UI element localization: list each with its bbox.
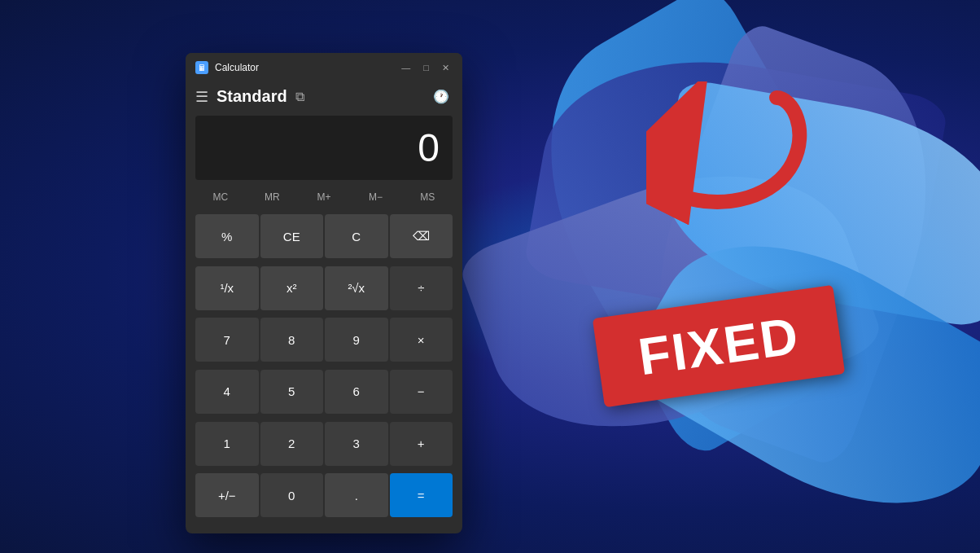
flower-decoration [410,0,980,553]
nine-button[interactable]: 9 [325,318,388,362]
divide-button[interactable]: ÷ [390,266,453,310]
multiply-button[interactable]: × [390,318,453,362]
mminus-button[interactable]: M− [351,187,401,208]
equals-button[interactable]: = [390,473,453,517]
maximize-button[interactable]: □ [420,61,432,75]
percent-button[interactable]: % [195,214,259,258]
history-icon[interactable]: 🕐 [433,89,449,104]
menu-icon[interactable]: ☰ [195,88,208,106]
sqrt-button[interactable]: ²√x [325,266,388,310]
subtract-button[interactable]: − [390,370,453,414]
calc-buttons: % CE C ⌫ ¹/x x² ²√x ÷ 7 8 9 × 4 5 6 − 1 … [186,211,462,533]
ms-button[interactable]: MS [402,187,453,208]
app-icon: 🖩 [195,61,208,74]
mc-button[interactable]: MC [195,187,246,208]
title-bar-left: 🖩 Calculator [195,61,259,74]
calculator-window: 🖩 Calculator — □ ✕ ☰ Standard ⧉ 🕐 0 MC M… [186,53,462,533]
zero-button[interactable]: 0 [260,473,324,517]
squared-button[interactable]: x² [260,266,324,310]
close-button[interactable]: ✕ [439,61,453,75]
window-controls: — □ ✕ [398,61,453,75]
reciprocal-button[interactable]: ¹/x [195,266,259,310]
header-left: ☰ Standard ⧉ [195,87,304,106]
calculator-header: ☰ Standard ⧉ 🕐 [186,82,462,109]
decimal-button[interactable]: . [325,473,388,517]
six-button[interactable]: 6 [325,370,388,414]
mplus-button[interactable]: M+ [299,187,349,208]
one-button[interactable]: 1 [195,422,259,466]
eight-button[interactable]: 8 [260,318,324,362]
five-button[interactable]: 5 [260,370,324,414]
c-button[interactable]: C [325,214,388,258]
two-button[interactable]: 2 [260,422,324,466]
wallpaper-background [0,0,980,553]
add-button[interactable]: + [390,422,453,466]
ce-button[interactable]: CE [260,214,324,258]
display-value: 0 [418,125,440,170]
negate-button[interactable]: +/− [195,473,259,517]
four-button[interactable]: 4 [195,370,259,414]
seven-button[interactable]: 7 [195,318,259,362]
minimize-button[interactable]: — [398,61,413,75]
display-area: 0 [195,116,453,180]
three-button[interactable]: 3 [325,422,388,466]
backspace-button[interactable]: ⌫ [390,214,453,258]
mode-title: Standard [217,87,287,106]
memory-row: MC MR M+ M− MS [186,187,462,211]
title-bar: 🖩 Calculator — □ ✕ [186,53,462,82]
snap-icon[interactable]: ⧉ [295,90,304,104]
window-title: Calculator [215,62,259,73]
mr-button[interactable]: MR [247,187,298,208]
